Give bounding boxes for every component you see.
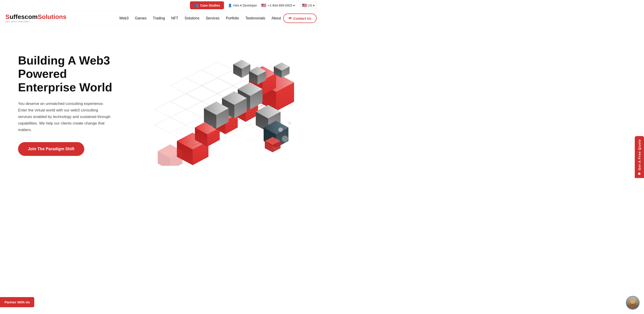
logo-tagline: GET WHAT MATTERS... bbox=[6, 21, 32, 23]
hire-dev-user-icon: 👤 bbox=[228, 4, 232, 7]
nav-links-list: Web3 Games Trading NFT Solutions Service… bbox=[119, 16, 281, 20]
svg-marker-11 bbox=[170, 94, 202, 109]
main-navigation: SuffescomSolutions GET WHAT MATTERS... W… bbox=[0, 11, 322, 26]
join-paradigm-shift-button[interactable]: Join The Paradigm Shift bbox=[18, 142, 84, 156]
svg-marker-22 bbox=[233, 125, 265, 141]
contact-label: Contact Us bbox=[294, 17, 311, 20]
nav-item-web3[interactable]: Web3 bbox=[119, 16, 129, 20]
svg-marker-18 bbox=[170, 109, 202, 125]
svg-point-69 bbox=[215, 131, 218, 134]
svg-point-74 bbox=[278, 127, 283, 132]
nav-link-web3[interactable]: Web3 bbox=[119, 16, 129, 20]
svg-point-70 bbox=[234, 121, 236, 123]
nav-item-portfolio[interactable]: Portfolio bbox=[226, 16, 239, 20]
hero-graphic bbox=[126, 42, 308, 168]
logo-solutions: Solutions bbox=[38, 13, 66, 20]
chevron-down-icon: ▾ bbox=[313, 4, 314, 7]
country-label: US bbox=[308, 4, 312, 7]
nav-link-solutions[interactable]: Solutions bbox=[184, 16, 200, 20]
top-bar: 👥 Case Studies 👤 Hire A Developer 🇺🇸 +1-… bbox=[0, 0, 322, 11]
nav-link-nft[interactable]: NFT bbox=[171, 16, 178, 20]
svg-marker-5 bbox=[170, 78, 202, 94]
logo-s: S bbox=[6, 13, 10, 20]
nav-item-testimonials[interactable]: Testimonials bbox=[246, 16, 265, 20]
nav-link-testimonials[interactable]: Testimonials bbox=[246, 16, 265, 20]
svg-marker-6 bbox=[202, 78, 233, 94]
nav-link-services[interactable]: Services bbox=[206, 16, 220, 20]
isometric-graphic bbox=[138, 44, 296, 166]
country-selector[interactable]: 🇺🇸 US ▾ bbox=[300, 2, 316, 9]
svg-point-76 bbox=[288, 121, 291, 125]
nav-item-services[interactable]: Services bbox=[206, 16, 220, 20]
phone-area[interactable]: 🇺🇸 +1-844-899-0003 bbox=[261, 3, 296, 8]
svg-marker-10 bbox=[186, 86, 218, 102]
contact-icon: ✉ bbox=[289, 16, 292, 20]
contact-us-button[interactable]: ✉ Contact Us bbox=[283, 14, 316, 23]
logo-uffescom: uffescom bbox=[10, 13, 38, 20]
nav-link-games[interactable]: Games bbox=[135, 16, 147, 20]
hero-title: Building A Web3 Powered Enterprise World bbox=[18, 54, 126, 94]
svg-marker-4 bbox=[186, 70, 218, 86]
hire-dev-label: Hire A Developer bbox=[233, 4, 257, 7]
country-flag: 🇺🇸 bbox=[302, 3, 307, 8]
case-studies-label: Case Studies bbox=[200, 4, 220, 7]
hero-description: You deserve an unmatched consulting expe… bbox=[18, 101, 113, 133]
svg-point-75 bbox=[282, 136, 288, 142]
nav-item-games[interactable]: Games bbox=[135, 16, 147, 20]
nav-link-trading[interactable]: Trading bbox=[153, 16, 165, 20]
nav-item-solutions[interactable]: Solutions bbox=[184, 16, 200, 20]
nav-link-about[interactable]: About bbox=[272, 16, 281, 20]
nav-link-portfolio[interactable]: Portfolio bbox=[226, 16, 239, 20]
hero-content: Building A Web3 Powered Enterprise World… bbox=[18, 54, 126, 156]
gray-cube-small-1 bbox=[233, 60, 250, 78]
nav-item-about[interactable]: About bbox=[272, 16, 281, 20]
svg-marker-12 bbox=[154, 102, 186, 117]
nav-item-trading[interactable]: Trading bbox=[153, 16, 165, 20]
phone-flag: 🇺🇸 bbox=[261, 3, 266, 8]
hero-section: Building A Web3 Powered Enterprise World… bbox=[0, 26, 322, 179]
case-studies-button[interactable]: 👥 Case Studies bbox=[190, 1, 224, 9]
svg-marker-19 bbox=[154, 117, 186, 133]
nav-item-nft[interactable]: NFT bbox=[171, 16, 178, 20]
case-studies-icon: 👥 bbox=[194, 3, 198, 8]
hire-developer-link[interactable]: 👤 Hire A Developer bbox=[228, 4, 257, 7]
logo[interactable]: SuffescomSolutions GET WHAT MATTERS... bbox=[6, 14, 66, 23]
svg-marker-0 bbox=[202, 62, 233, 78]
phone-dropdown[interactable]: +1-844-899-0003 bbox=[267, 4, 296, 8]
